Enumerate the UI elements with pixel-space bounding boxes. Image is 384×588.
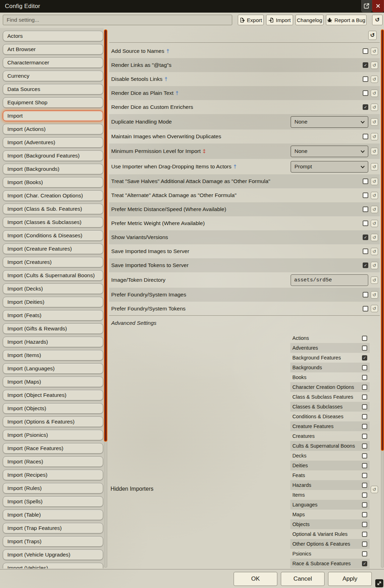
report-bug-button[interactable]: Report a Bug — [326, 15, 367, 25]
hidden-importer-checkbox[interactable] — [362, 522, 367, 527]
sidebar-item[interactable]: Import (Objects) — [3, 403, 103, 414]
hidden-importer-checkbox[interactable] — [362, 365, 367, 370]
setting-checkbox[interactable] — [363, 104, 368, 110]
directory-input[interactable]: assets/srd5e — [291, 274, 368, 286]
sidebar-item[interactable]: Import (Classes & Subclasses) — [3, 217, 103, 227]
setting-checkbox[interactable] — [363, 62, 368, 68]
hidden-importer-checkbox[interactable] — [362, 414, 367, 419]
import-button[interactable]: Import — [266, 15, 293, 25]
setting-checkbox[interactable] — [363, 234, 368, 240]
hidden-importer-checkbox[interactable] — [362, 502, 367, 507]
hidden-importer-checkbox[interactable] — [362, 394, 367, 400]
hidden-importer-checkbox[interactable] — [362, 492, 367, 498]
hidden-importer-checkbox[interactable] — [362, 443, 367, 449]
sidebar-item[interactable]: Actors — [3, 31, 103, 41]
reset-search-button[interactable]: ↺ — [372, 15, 383, 25]
sidebar-item[interactable]: Import (Adventures) — [3, 137, 103, 148]
reset-setting-button[interactable]: ↺ — [371, 206, 378, 213]
hidden-importer-checkbox[interactable] — [362, 336, 367, 341]
reset-setting-button[interactable]: ↺ — [371, 220, 378, 227]
setting-checkbox[interactable] — [363, 220, 368, 226]
hidden-importer-checkbox[interactable] — [362, 355, 367, 360]
sidebar-item[interactable]: Data Sources — [3, 84, 103, 94]
sidebar-item[interactable]: Import (Rules) — [3, 483, 103, 493]
sidebar-item[interactable]: Import (Cults & Supernatural Boons) — [3, 270, 103, 281]
reset-setting-button[interactable]: ↺ — [371, 90, 378, 97]
sidebar-item[interactable]: Import (Feats) — [3, 310, 103, 321]
sidebar-item[interactable]: Import (Creatures) — [3, 257, 103, 267]
setting-checkbox[interactable] — [363, 134, 368, 139]
cancel-button[interactable]: Cancel — [281, 572, 325, 586]
hidden-importer-checkbox[interactable] — [362, 345, 367, 351]
reset-category-button[interactable]: ↺ — [368, 31, 377, 40]
hidden-importer-checkbox[interactable] — [362, 375, 367, 380]
sidebar-item[interactable]: Import (Creature Features) — [3, 244, 103, 254]
reset-setting-button[interactable]: ↺ — [371, 148, 378, 155]
sidebar-item[interactable]: Import (Object Features) — [3, 390, 103, 400]
sidebar-item[interactable]: Import (Backgrounds) — [3, 164, 103, 174]
reset-setting-button[interactable]: ↺ — [371, 133, 378, 140]
sidebar-item[interactable]: Import (Options & Features) — [3, 416, 103, 427]
main-scrollbar-thumb[interactable] — [381, 29, 384, 451]
sidebar-item[interactable]: Import (Spells) — [3, 496, 103, 507]
sidebar-item[interactable]: Import (Char. Creation Options) — [3, 190, 103, 201]
setting-checkbox[interactable] — [363, 206, 368, 212]
reset-setting-button[interactable]: ↺ — [371, 248, 378, 255]
reset-setting-button[interactable]: ↺ — [371, 62, 378, 69]
sidebar-item[interactable]: Import (Actions) — [3, 124, 103, 134]
hidden-importer-checkbox[interactable] — [362, 463, 367, 468]
reset-setting-button[interactable]: ↺ — [371, 262, 378, 269]
reset-setting-button[interactable]: ↺ — [371, 104, 378, 111]
setting-checkbox[interactable] — [363, 178, 368, 184]
sidebar-scrollbar-thumb[interactable] — [104, 29, 107, 442]
hidden-importer-checkbox[interactable] — [362, 434, 367, 439]
setting-checkbox[interactable] — [363, 248, 368, 254]
hidden-importer-checkbox[interactable] — [362, 512, 367, 517]
reset-setting-button[interactable]: ↺ — [371, 163, 378, 170]
sidebar-item[interactable]: Import (Table) — [3, 510, 103, 520]
hidden-importer-checkbox[interactable] — [362, 541, 367, 547]
reset-setting-button[interactable]: ↺ — [371, 276, 378, 284]
hidden-importer-checkbox[interactable] — [362, 473, 367, 478]
reset-setting-button[interactable]: ↺ — [371, 48, 378, 55]
reset-setting-button[interactable]: ↺ — [371, 118, 378, 126]
hidden-importer-checkbox[interactable] — [362, 424, 367, 429]
hidden-importer-checkbox[interactable] — [362, 404, 367, 410]
sidebar-item[interactable]: Import (Psionics) — [3, 430, 103, 440]
close-button[interactable] — [372, 0, 384, 12]
sidebar-item[interactable]: Import (Languages) — [3, 363, 103, 374]
setting-checkbox[interactable] — [363, 292, 368, 298]
ok-button[interactable]: OK — [234, 572, 277, 586]
reset-setting-button[interactable]: ↺ — [371, 305, 378, 312]
sidebar-item[interactable]: Equipment Shop — [3, 97, 103, 108]
sidebar-item[interactable]: Import (Conditions & Diseases) — [3, 230, 103, 241]
sidebar-item[interactable]: Import (Books) — [3, 177, 103, 188]
sidebar-item[interactable]: Import (Recipes) — [3, 470, 103, 480]
setting-checkbox[interactable] — [363, 306, 368, 312]
reset-setting-button[interactable]: ↺ — [371, 76, 378, 83]
reset-setting-button[interactable]: ↺ — [371, 178, 378, 185]
hidden-importer-checkbox[interactable] — [362, 483, 367, 488]
reset-hidden-importers-button[interactable]: ↺ — [371, 486, 378, 493]
sidebar-item[interactable]: Import (Deities) — [3, 297, 103, 307]
sidebar-item[interactable]: Import (Background Features) — [3, 150, 103, 161]
setting-checkbox[interactable] — [363, 262, 368, 268]
reset-setting-button[interactable]: ↺ — [371, 234, 378, 241]
changelog-button[interactable]: Changelog — [296, 15, 323, 25]
setting-select[interactable]: Prompt — [291, 161, 368, 173]
reset-setting-button[interactable]: ↺ — [371, 192, 378, 199]
sidebar-item[interactable]: Import (Class & Sub. Features) — [3, 204, 103, 214]
reset-setting-button[interactable]: ↺ — [371, 291, 378, 299]
sidebar-item[interactable]: Art Browser — [3, 44, 103, 55]
sidebar-scrollbar[interactable] — [104, 29, 107, 568]
main-scrollbar[interactable] — [381, 29, 384, 568]
setting-checkbox[interactable] — [363, 90, 368, 96]
sidebar-item[interactable]: Import (Items) — [3, 350, 103, 360]
sidebar-item[interactable]: Import (Maps) — [3, 377, 103, 387]
sidebar-item[interactable]: Import (Gifts & Rewards) — [3, 323, 103, 334]
sidebar-item[interactable]: Import (Trap Features) — [3, 523, 103, 533]
popout-button[interactable] — [361, 0, 372, 12]
sidebar-item[interactable]: Currency — [3, 71, 103, 81]
sidebar-item[interactable]: Import (Vehicle Upgrades) — [3, 550, 103, 560]
setting-select[interactable]: None — [291, 116, 368, 128]
